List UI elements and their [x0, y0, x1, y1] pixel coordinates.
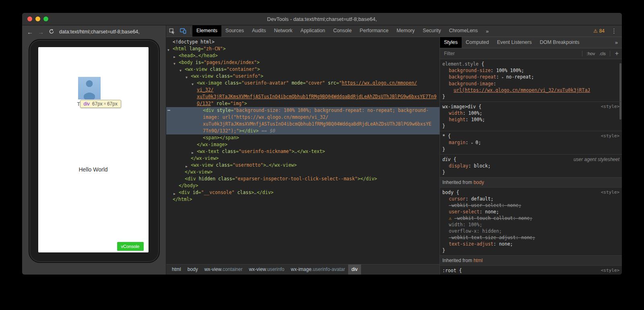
- titlebar[interactable]: DevTools - data:text/html;charset=utf-8;…: [22, 13, 622, 25]
- tree-line[interactable]: ▶<div id="__vconsole" class>…</div>: [166, 189, 440, 196]
- back-icon[interactable]: ←: [27, 29, 33, 35]
- tree-line[interactable]: </wx-view>: [166, 155, 440, 162]
- css-property[interactable]: text-size-adjust: none;: [442, 241, 619, 247]
- css-property[interactable]: width: 100%;: [442, 221, 619, 228]
- reload-icon[interactable]: [49, 29, 54, 35]
- panel-tab-security[interactable]: Security: [419, 25, 445, 37]
- close-window-button[interactable]: [27, 17, 32, 21]
- css-selector[interactable]: * {: [442, 133, 619, 139]
- inherited-from-link[interactable]: body: [473, 180, 484, 185]
- css-property[interactable]: margin: ▸ 0;: [442, 139, 619, 146]
- code-token: class: [215, 176, 232, 182]
- stylesheet-origin-link[interactable]: user agent stylesheet: [574, 156, 619, 163]
- css-property[interactable]: background-repeat: ▸ no-repeat;: [442, 74, 619, 81]
- breadcrumb-item-div[interactable]: div: [348, 265, 361, 275]
- tree-line[interactable]: ▶<wx-text class="userinfo-nickname">…</w…: [166, 148, 440, 155]
- device-screen: T div67px×67px Hello World vConsole: [38, 47, 149, 252]
- tree-line[interactable]: ▼<wx-image class="userinfo-avatar" mode=…: [166, 80, 440, 107]
- tree-line[interactable]: ▶<head>…</head>: [166, 52, 440, 59]
- traffic-lights: [27, 17, 48, 21]
- device-toolbar-icon[interactable]: [178, 26, 189, 37]
- css-selector[interactable]: body {: [442, 189, 619, 196]
- code-token: role: [214, 101, 228, 106]
- panel-tab-elements[interactable]: Elements: [192, 25, 221, 37]
- code-token: <wx-image: [197, 80, 222, 86]
- breadcrumb-item-body[interactable]: body: [184, 265, 201, 275]
- tree-line[interactable]: </body>: [166, 182, 440, 189]
- forward-icon[interactable]: →: [38, 29, 44, 35]
- inspect-size-tooltip: div67px×67px: [80, 100, 121, 108]
- tree-line[interactable]: ▼<wx-view class="userinfo">: [166, 73, 440, 80]
- panel-tab-sources[interactable]: Sources: [221, 25, 248, 37]
- minimize-window-button[interactable]: [35, 17, 40, 21]
- breadcrumb-item-wx-image[interactable]: wx-image.userinfo-avatar: [287, 265, 348, 275]
- panel-tab-performance[interactable]: Performance: [356, 25, 393, 37]
- more-sidebar-tabs-chevron[interactable]: »: [615, 39, 618, 45]
- tree-expanded-icon[interactable]: ▼: [192, 81, 194, 88]
- css-property[interactable]: user-select: none;: [442, 209, 619, 215]
- panel-tab-memory[interactable]: Memory: [392, 25, 419, 37]
- tree-line[interactable]: ⋯<div style="background-size: 100% 100%;…: [166, 107, 440, 134]
- vconsole-button[interactable]: vConsole: [117, 242, 144, 251]
- tree-line[interactable]: ▼<wx-view class="container">: [166, 66, 440, 73]
- css-property[interactable]: ⚠ -webkit-touch-callout: none;: [442, 215, 619, 221]
- overflow-dots-icon[interactable]: ⋯: [167, 107, 171, 114]
- style-rule-section: user agent stylesheetdiv {display: block…: [440, 155, 622, 178]
- tree-line[interactable]: ▶<wx-view class="usermotto">…</wx-view>: [166, 162, 440, 169]
- css-property[interactable]: background-size: 100% 100%;: [442, 67, 619, 74]
- stylesheet-origin-link[interactable]: <style>: [601, 133, 619, 139]
- styles-filter-input[interactable]: [443, 50, 578, 57]
- stylesheet-origin-link[interactable]: <style>: [601, 267, 619, 274]
- more-panels-chevron[interactable]: »: [486, 28, 489, 34]
- breadcrumb-item-wx-view[interactable]: wx-view.userinfo: [246, 265, 287, 275]
- css-property[interactable]: display: block;: [442, 163, 619, 169]
- filterbar-divider: [582, 51, 582, 56]
- warnings-badge[interactable]: ⚠ 84: [593, 28, 605, 34]
- css-selector[interactable]: wx-image>div {: [442, 103, 619, 110]
- css-property[interactable]: overflow-x: hidden;: [442, 228, 619, 234]
- hov-toggle[interactable]: :hov: [586, 51, 595, 56]
- inspect-element-icon[interactable]: [166, 26, 178, 37]
- panel-tab-network[interactable]: Network: [270, 25, 297, 37]
- code-token: …: [266, 162, 269, 168]
- tree-line[interactable]: </wx-image>: [166, 141, 440, 148]
- zoom-window-button[interactable]: [43, 17, 48, 21]
- tree-line[interactable]: </wx-view>: [166, 169, 440, 176]
- css-selector[interactable]: :root {: [442, 267, 619, 274]
- tree-line[interactable]: ▼<body is="pages/index/index">: [166, 59, 440, 66]
- sidebar-tab-styles[interactable]: Styles: [440, 37, 462, 48]
- css-property[interactable]: height: 100%;: [442, 116, 619, 123]
- panel-tab-console[interactable]: Console: [329, 25, 356, 37]
- css-property[interactable]: -webkit-text-size-adjust: none;: [442, 234, 619, 241]
- tree-line[interactable]: </html>: [166, 196, 440, 203]
- breadcrumb-item-html[interactable]: html: [169, 265, 184, 275]
- panel-tab-chromelens[interactable]: ChromeLens: [445, 25, 482, 37]
- inherited-from-link[interactable]: html: [473, 258, 483, 263]
- avatar-image[interactable]: [78, 77, 101, 99]
- css-selector[interactable]: element.style {: [442, 61, 619, 67]
- kebab-menu-icon[interactable]: ⋮: [611, 27, 617, 35]
- tree-line[interactable]: <span></span>: [166, 134, 440, 141]
- tree-line[interactable]: <!doctype html>: [166, 39, 440, 45]
- address-url[interactable]: data:text/html;charset=utf-8;base64,: [59, 29, 140, 35]
- cls-toggle[interactable]: .cls: [599, 51, 606, 56]
- stylesheet-origin-link[interactable]: <style>: [601, 189, 619, 196]
- css-property[interactable]: -webkit-user-select: none;: [442, 202, 619, 209]
- sidebar-tab-computed[interactable]: Computed: [462, 37, 493, 48]
- css-value-link[interactable]: url(https://wx.qlogo.cn/mmopen/vi_32/xuT…: [442, 87, 619, 93]
- sidebar-tab-dom-breakpoints[interactable]: DOM Breakpoints: [536, 37, 584, 48]
- breadcrumb-item-wx-view[interactable]: wx-view.container: [201, 265, 246, 275]
- tree-line[interactable]: ▼<html lang="zh-CN">: [166, 45, 440, 52]
- new-style-rule-button[interactable]: +: [615, 50, 619, 57]
- panel-tab-application[interactable]: Application: [297, 25, 329, 37]
- code-token: == $0: [259, 128, 276, 134]
- panel-tab-audits[interactable]: Audits: [248, 25, 270, 37]
- stylesheet-origin-link[interactable]: <style>: [601, 103, 619, 110]
- tree-line[interactable]: <div hidden class="exparser-inspector-to…: [166, 176, 440, 182]
- css-property[interactable]: background-image:: [442, 81, 619, 87]
- sidebar-tab-event-listeners[interactable]: Event Listeners: [493, 37, 536, 48]
- css-property[interactable]: cursor: default;: [442, 196, 619, 202]
- code-token: </wx-view>: [269, 162, 297, 168]
- css-property[interactable]: width: 100%;: [442, 110, 619, 116]
- css-property[interactable]: --safe-area-inset-top: env(safe-area-ins…: [442, 274, 619, 275]
